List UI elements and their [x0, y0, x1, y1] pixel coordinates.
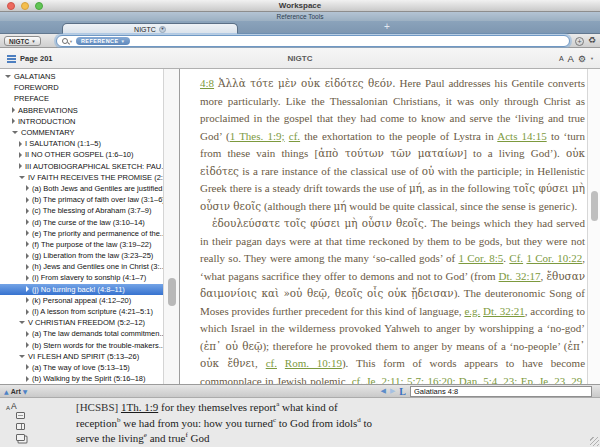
expand-icon[interactable]: [26, 219, 29, 225]
scripture-link[interactable]: Dt. 32:21: [483, 305, 525, 317]
sidebar-item[interactable]: (a) Both Jews and Gentiles are justified…: [0, 183, 163, 194]
expand-icon[interactable]: [26, 297, 29, 303]
decrease-font-button[interactable]: A: [6, 405, 10, 411]
sidebar-item[interactable]: FOREWORD: [0, 82, 163, 93]
expand-icon[interactable]: [26, 208, 29, 214]
tab-menu-icon[interactable]: ▼: [159, 26, 166, 33]
sidebar-item[interactable]: PREFACE: [0, 93, 163, 104]
sidebar-item[interactable]: (k) Personal appeal (4:12–20): [0, 295, 163, 306]
sidebar-item[interactable]: (a) The law demands total commitmen...: [0, 328, 163, 339]
sidebar-item[interactable]: (g) Liberation from the law (3:23–25): [0, 250, 163, 261]
scripture-link[interactable]: 1 Thes. 1:9;: [230, 130, 285, 142]
scripture-link[interactable]: cf. Je. 2:11; 5:7; 16:20;: [352, 375, 456, 385]
expand-icon[interactable]: [12, 118, 15, 124]
resize-grip[interactable]: [590, 437, 599, 446]
expand-icon[interactable]: [26, 342, 29, 348]
expand-icon[interactable]: [26, 241, 29, 247]
expand-icon[interactable]: [19, 152, 22, 158]
sidebar-item-label: (b) Walking by the Spirit (5:16–18): [32, 374, 146, 383]
scripture-link[interactable]: 1 Cor. 8:5: [458, 252, 503, 264]
sidebar-item[interactable]: COMMENTARY: [0, 127, 163, 138]
sidebar-item-label: I SALUTATION (1:1–5): [25, 139, 101, 148]
decrease-font-button[interactable]: A: [559, 55, 564, 62]
scripture-link[interactable]: e.g.: [464, 305, 480, 317]
sidebar-item[interactable]: INTRODUCTION: [0, 116, 163, 127]
sidebar-item[interactable]: IV FAITH RECEIVES THE PROMISE (2:1...: [0, 172, 163, 183]
sidebar-item[interactable]: I SALUTATION (1:1–5): [0, 138, 163, 149]
verse-reference-link[interactable]: 1Th. 1:9: [121, 401, 158, 413]
gear-icon[interactable]: ⚙: [578, 54, 586, 64]
expand-icon[interactable]: [26, 376, 29, 382]
sidebar-item[interactable]: (c) The blessing of Abraham (3:7–9): [0, 205, 163, 216]
library-selector[interactable]: NIGTC ▼: [4, 36, 41, 46]
sidebar-item[interactable]: (l) A lesson from scripture (4:21–5:1): [0, 306, 163, 317]
sidebar-item[interactable]: (j) No turning back! (4:8–11): [0, 284, 163, 295]
expand-icon[interactable]: [26, 364, 29, 370]
increase-font-button[interactable]: A: [568, 53, 574, 64]
history-back-icon[interactable]: ◀: [381, 387, 386, 395]
new-tab-button[interactable]: +: [380, 21, 394, 33]
commentary-scrollbar-thumb[interactable]: [591, 191, 598, 221]
expand-icon[interactable]: [26, 286, 29, 292]
workspace-actions-icon[interactable]: ♻: [588, 35, 596, 45]
sidebar-item[interactable]: VI FLESH AND SPIRIT (5:13–26): [0, 351, 163, 362]
expand-icon[interactable]: [26, 309, 29, 315]
expand-icon[interactable]: [26, 185, 29, 191]
commentary-scrollbar[interactable]: [587, 69, 600, 384]
sidebar-item[interactable]: ABBREVIATIONS: [0, 105, 163, 116]
collapse-icon[interactable]: [19, 176, 25, 179]
expand-icon[interactable]: [19, 141, 22, 147]
sidebar-item[interactable]: (b) Stern words for the trouble-makers..…: [0, 340, 163, 351]
pane-divider-bar[interactable]: ▲ Art ▼ ◀ ▶ L: [0, 384, 600, 398]
sidebar-item[interactable]: GALATIANS: [0, 71, 163, 82]
sidebar-item[interactable]: (b) The primacy of faith over law (3:1–6…: [0, 194, 163, 205]
sidebar-item-label: FOREWORD: [14, 83, 59, 92]
expand-icon[interactable]: [26, 253, 29, 259]
commentary-paragraph: 4:8 Ἀλλὰ τότε μὲν οὐκ εἰδότες θεόν. Here…: [200, 75, 585, 215]
sidebar-item[interactable]: (i) From slavery to sonship (4:1–7): [0, 272, 163, 283]
scripture-link[interactable]: cf.: [266, 357, 277, 369]
collapse-icon[interactable]: [19, 321, 25, 324]
book-icon[interactable]: [16, 423, 25, 430]
sidebar-item[interactable]: (h) Jews and Gentiles one in Christ (3:.…: [0, 261, 163, 272]
link-reference-icon[interactable]: L: [399, 386, 406, 397]
collapse-icon[interactable]: [19, 355, 25, 358]
sidebar-item[interactable]: V CHRISTIAN FREEDOM (5:2–12): [0, 317, 163, 328]
sidebar-item[interactable]: (b) Walking by the Spirit (5:16–18): [0, 373, 163, 384]
expand-icon[interactable]: [26, 331, 29, 337]
scripture-link[interactable]: Rom. 10:19: [285, 357, 342, 369]
copy-icon[interactable]: [16, 434, 25, 441]
notes-icon[interactable]: [16, 412, 25, 419]
search-input[interactable]: ▼ REFERENCE ▼: [56, 35, 570, 47]
expand-icon[interactable]: [26, 197, 29, 203]
sidebar-item[interactable]: (d) The curse of the law (3:10–14): [0, 216, 163, 227]
collapse-up-icon[interactable]: ▲: [4, 388, 9, 395]
expand-icon[interactable]: [26, 264, 29, 270]
sidebar-scrollbar[interactable]: [163, 69, 180, 384]
tab-nigtc[interactable]: NIGTC ▼: [62, 23, 238, 34]
sidebar-item[interactable]: (e) The priority and permanence of the..…: [0, 228, 163, 239]
history-forward-icon[interactable]: ▶: [390, 387, 395, 395]
sidebar-item[interactable]: III AUTOBIOGRAPHICAL SKETCH: PAU...: [0, 161, 163, 172]
sidebar-scrollbar-thumb[interactable]: [168, 278, 176, 306]
expand-icon[interactable]: [12, 107, 15, 113]
reference-scope-tag[interactable]: REFERENCE ▼: [76, 37, 130, 45]
sidebar-item[interactable]: (f) The purpose of the law (3:19–22): [0, 239, 163, 250]
expand-icon[interactable]: [26, 275, 29, 281]
collapse-icon[interactable]: [5, 75, 11, 78]
increase-font-button[interactable]: A: [11, 401, 17, 411]
scripture-link[interactable]: 1 Cor. 10:22: [526, 252, 582, 264]
scripture-link[interactable]: Acts 14:15: [497, 130, 546, 142]
collapse-icon[interactable]: [12, 131, 18, 134]
sidebar-item[interactable]: (a) The way of love (5:13–15): [0, 362, 163, 373]
expand-down-icon[interactable]: ▼: [23, 388, 28, 395]
scripture-link[interactable]: 4:8: [200, 77, 214, 89]
reference-input[interactable]: [410, 386, 592, 397]
scripture-link[interactable]: cf.: [289, 130, 300, 142]
expand-icon[interactable]: [19, 163, 22, 169]
scripture-link[interactable]: Dt. 32:17: [499, 270, 541, 282]
add-search-criteria-button[interactable]: +: [575, 37, 584, 46]
sidebar-item[interactable]: II NO OTHER GOSPEL (1:6–10): [0, 149, 163, 160]
scripture-link[interactable]: Cf.: [509, 252, 523, 264]
expand-icon[interactable]: [26, 230, 29, 236]
